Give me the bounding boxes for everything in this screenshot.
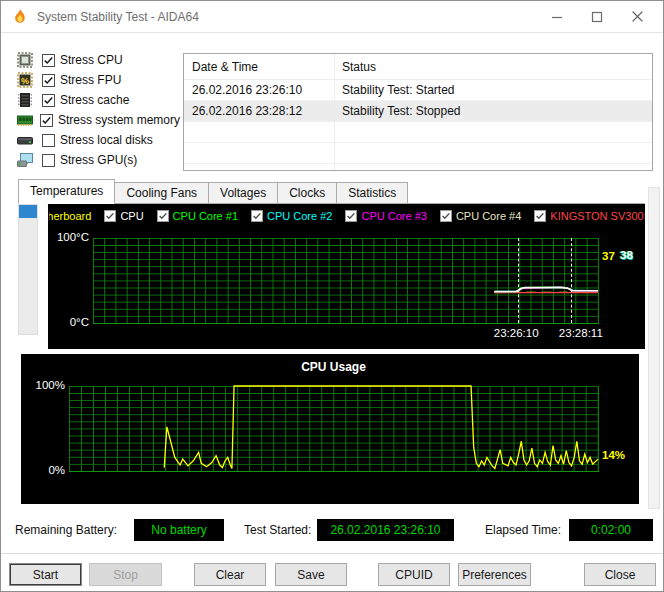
tabstrip: TemperaturesCooling FansVoltagesClocksSt…	[18, 182, 645, 204]
cpu-usage-plot-area	[69, 386, 599, 472]
temp-value-motherboard: 37	[602, 250, 615, 262]
fpu-icon: %	[17, 72, 35, 88]
close-icon[interactable]	[617, 1, 657, 32]
tab-temperatures[interactable]: Temperatures	[18, 179, 115, 204]
cpuid-button[interactable]: CPUID	[378, 563, 450, 586]
column-header-status[interactable]: Status	[334, 60, 376, 74]
stress-option-label[interactable]: Stress cache	[60, 93, 129, 107]
column-header-datetime[interactable]: Date & Time	[184, 60, 334, 74]
scrollbar-thumb[interactable]	[19, 205, 37, 218]
log-row-empty	[184, 164, 652, 171]
legend-label: CPU Core #4	[456, 210, 521, 222]
log-table: Date & Time Status 26.02.2016 23:26:10St…	[183, 53, 653, 171]
stress-option-row: Stress CPU	[17, 50, 179, 70]
tab-voltages[interactable]: Voltages	[208, 182, 278, 203]
stress-checkbox[interactable]	[42, 134, 55, 147]
legend-checkbox[interactable]	[157, 210, 169, 222]
legend-checkbox[interactable]	[534, 210, 546, 222]
log-row[interactable]: 26.02.2016 23:28:12Stability Test: Stopp…	[184, 101, 652, 122]
legend-label: CPU	[120, 210, 143, 222]
legend-checkbox[interactable]	[440, 210, 452, 222]
clear-button[interactable]: Clear	[194, 563, 266, 586]
legend-label: CPU Core #1	[173, 210, 238, 222]
tab-content-scrollbar[interactable]	[648, 187, 660, 509]
legend-item: CPU Core #1	[157, 210, 238, 222]
temp-xtick-start: 23:26:10	[494, 327, 539, 339]
legend-item: Motherboard	[49, 210, 91, 222]
stress-options-panel: Stress CPU%Stress FPUStress cacheStress …	[17, 50, 179, 170]
log-cell-datetime: 26.02.2016 23:28:12	[184, 104, 334, 118]
svg-text:%: %	[21, 76, 29, 86]
stress-checkbox[interactable]	[42, 154, 55, 167]
legend-label: KINGSTON SV300S37A	[550, 210, 645, 222]
legend-checkbox[interactable]	[345, 210, 357, 222]
stress-option-label[interactable]: Stress system memory	[58, 113, 180, 127]
tab-clocks[interactable]: Clocks	[277, 182, 337, 203]
stress-option-row: Stress cache	[17, 90, 179, 110]
test-started-label: Test Started:	[244, 519, 311, 541]
legend-item: CPU Core #2	[251, 210, 332, 222]
stop-button[interactable]: Stop	[89, 563, 162, 586]
legend-label: CPU Core #2	[267, 210, 332, 222]
temp-y-min-label: 0°C	[48, 316, 89, 328]
cpu-icon	[17, 52, 35, 68]
cpu-usage-chart: CPU Usage 100% 0% 14%	[21, 354, 639, 504]
stress-option-row: Stress local disks	[17, 130, 179, 150]
stress-checkbox[interactable]	[42, 94, 55, 107]
remaining-battery-value: No battery	[134, 519, 224, 541]
save-button[interactable]: Save	[275, 563, 347, 586]
stress-option-label[interactable]: Stress local disks	[60, 133, 153, 147]
series-cpu-usage	[164, 386, 598, 468]
cpu-usage-title: CPU Usage	[69, 360, 598, 374]
start-button[interactable]: Start	[9, 563, 82, 586]
series-cpu	[494, 287, 598, 291]
stress-checkbox[interactable]	[42, 54, 55, 67]
stress-option-row: Stress system memory	[17, 110, 179, 130]
legend-label: CPU Core #3	[361, 210, 426, 222]
stress-option-label[interactable]: Stress GPU(s)	[60, 153, 137, 167]
minimize-icon[interactable]	[537, 1, 577, 32]
elapsed-time-label: Elapsed Time:	[485, 519, 561, 541]
log-row[interactable]: 26.02.2016 23:26:10Stability Test: Start…	[184, 80, 652, 101]
tab-cooling-fans[interactable]: Cooling Fans	[114, 182, 209, 203]
table-body: 26.02.2016 23:26:10Stability Test: Start…	[184, 80, 652, 171]
stress-option-label[interactable]: Stress CPU	[60, 53, 123, 67]
stress-option-label[interactable]: Stress FPU	[60, 73, 121, 87]
cpu-y-min-label: 0%	[24, 464, 65, 476]
log-cell-datetime: 26.02.2016 23:26:10	[184, 83, 334, 97]
legend-item: CPU	[104, 210, 143, 222]
window-controls	[537, 1, 657, 32]
log-cell-status: Stability Test: Stopped	[334, 104, 461, 118]
temperature-chart: MotherboardCPUCPU Core #1CPU Core #2CPU …	[48, 204, 645, 349]
tab-statistics[interactable]: Statistics	[336, 182, 408, 203]
legend-label: Motherboard	[49, 210, 91, 222]
legend-item: KINGSTON SV300S37A	[534, 210, 645, 222]
stress-checkbox[interactable]	[40, 114, 53, 127]
test-event-marker	[518, 238, 519, 323]
close-button[interactable]: Close	[584, 563, 656, 586]
legend-checkbox[interactable]	[104, 210, 116, 222]
temp-value-cpu: 38	[620, 249, 633, 261]
legend-item: CPU Core #4	[440, 210, 521, 222]
preferences-button[interactable]: Preferences	[458, 563, 531, 586]
footer-divider	[1, 553, 663, 555]
cpu-usage-value: 14%	[602, 449, 625, 461]
legend-checkbox[interactable]	[251, 210, 263, 222]
memory-icon	[17, 112, 33, 128]
temperature-plot-area: 23:26:10 23:28:11	[93, 238, 599, 324]
temp-xtick-stop: 23:28:11	[559, 327, 603, 339]
window-title: System Stability Test - AIDA64	[37, 10, 199, 24]
log-cell-status: Stability Test: Started	[334, 83, 455, 97]
system-stability-test-window: System Stability Test - AIDA64 Stress CP…	[0, 0, 664, 592]
elapsed-time-value: 0:02:00	[569, 519, 653, 541]
maximize-icon[interactable]	[577, 1, 617, 32]
log-row-empty	[184, 122, 652, 143]
cache-icon	[17, 92, 35, 108]
stress-checkbox[interactable]	[42, 74, 55, 87]
log-row-empty	[184, 143, 652, 164]
legend-item: CPU Core #3	[345, 210, 426, 222]
test-event-marker	[571, 238, 572, 323]
temp-y-max-label: 100°C	[48, 231, 89, 243]
table-header: Date & Time Status	[184, 54, 652, 80]
chart-vertical-scrollbar[interactable]	[18, 204, 38, 335]
